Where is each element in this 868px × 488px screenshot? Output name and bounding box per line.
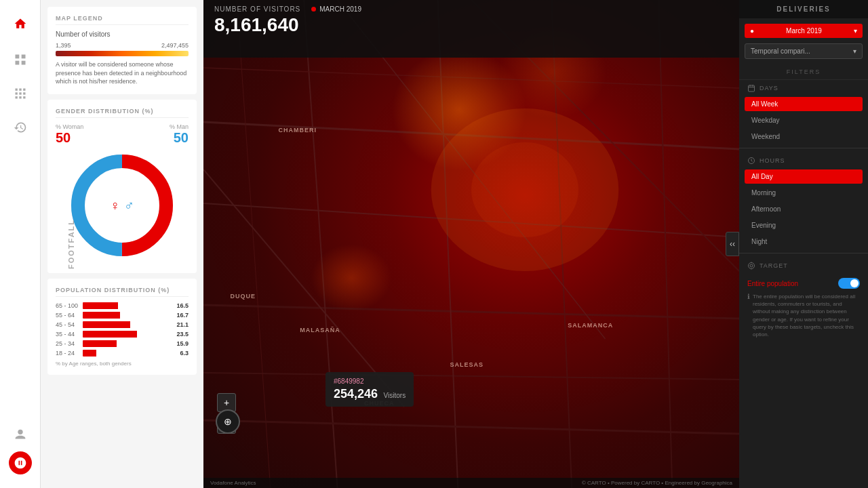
svg-point-32 [471, 142, 578, 237]
pop-age-45: 45 - 54 [56, 321, 83, 328]
pop-bar-65-bar [83, 302, 118, 309]
nav-item-user[interactable] [7, 421, 34, 448]
map-tooltip: #6849982 254,246 Visitors [326, 372, 414, 407]
tooltip-visitors-row: 254,246 Visitors [334, 387, 406, 401]
svg-point-38 [749, 263, 755, 269]
target-toggle[interactable] [838, 278, 860, 289]
svg-rect-7 [15, 92, 17, 94]
svg-rect-9 [23, 92, 25, 94]
svg-line-25 [237, 0, 270, 488]
donut-icons: ♀ ♂ [110, 197, 134, 213]
side-panel: MAP LEGEND Number of visitors 1,395 2,49… [41, 0, 203, 488]
target-options: Entire population ℹ The entire populatio… [739, 272, 868, 344]
woman-icon: ♀ [110, 197, 120, 213]
pop-age-35: 35 - 44 [56, 331, 83, 338]
gender-stats: % Woman 50 % Man 50 [56, 123, 189, 146]
pop-bar-18 [83, 350, 170, 357]
svg-line-20 [203, 373, 739, 380]
select-icon: ⊕ [224, 416, 232, 427]
legend-max: 2,497,455 [161, 42, 189, 49]
entire-population-row: Entire population [747, 278, 860, 289]
hours-morning-btn[interactable]: Morning [745, 186, 863, 200]
pop-row-65: 65 - 100 16.5 [56, 302, 189, 309]
svg-point-39 [750, 264, 753, 267]
pop-bar-25 [83, 340, 170, 347]
pop-val-65: 16.5 [170, 302, 189, 309]
nav-item-home[interactable] [7, 10, 34, 37]
visitor-count: 8,161,640 [214, 14, 728, 36]
tooltip-color: #6849982 [334, 378, 406, 385]
calendar-icon [747, 84, 755, 92]
pop-row-45: 45 - 54 21.1 [56, 321, 189, 328]
month-label: March 2019 [786, 27, 822, 35]
map-area[interactable]: NUMBER OF VISITORS MARCH 2019 8,161,640 … [203, 0, 739, 488]
svg-rect-1 [21, 55, 25, 59]
pop-age-65: 65 - 100 [56, 302, 83, 309]
svg-rect-3 [21, 61, 25, 65]
compare-selector[interactable]: Temporal compari... ▾ [745, 43, 863, 59]
days-weekday-btn[interactable]: Weekday [745, 113, 863, 127]
hours-afternoon-btn[interactable]: Afternoon [745, 202, 863, 216]
compare-chevron: ▾ [853, 47, 856, 55]
svg-rect-11 [19, 96, 21, 98]
map-legend-title: MAP LEGEND [56, 15, 189, 25]
legend-range: 1,395 2,497,455 [56, 42, 189, 49]
pop-val-35: 23.5 [170, 331, 189, 338]
hours-night-btn[interactable]: Night [745, 235, 863, 249]
pop-bar-55-bar [83, 312, 120, 319]
days-section-title: DAYS [739, 80, 868, 95]
tooltip-label: Visitors [384, 392, 406, 399]
collapse-icon: ‹‹ [730, 239, 735, 249]
collapse-btn[interactable]: ‹‹ [726, 232, 739, 256]
hours-section-title: HOURS [739, 152, 868, 167]
man-label: % Man [170, 123, 189, 130]
pop-val-45: 21.1 [170, 321, 189, 328]
pop-bar-65 [83, 302, 170, 309]
target-section-title: TARGET [739, 258, 868, 272]
pop-val-55: 16.7 [170, 312, 189, 319]
nav-item-grid[interactable] [7, 80, 34, 107]
svg-line-27 [203, 420, 739, 434]
svg-rect-6 [23, 89, 25, 91]
man-value: 50 [170, 130, 189, 146]
hours-evening-btn[interactable]: Evening [745, 218, 863, 232]
pop-bar-18-bar [83, 350, 96, 357]
month-selector[interactable]: ● March 2019 ▾ [745, 24, 863, 38]
svg-line-19 [203, 305, 739, 319]
street-overlay [203, 0, 739, 488]
compare-label: Temporal compari... [751, 47, 810, 55]
select-btn[interactable]: ⊕ [216, 409, 240, 434]
nav-item-history[interactable] [7, 114, 34, 141]
map-header-row: NUMBER OF VISITORS MARCH 2019 [214, 5, 728, 13]
svg-line-28 [203, 169, 404, 407]
hours-allday-btn[interactable]: All Day [745, 169, 863, 184]
vodafone-logo [9, 451, 32, 474]
legend-desc: A visitor will be considered someone who… [56, 60, 189, 86]
svg-point-13 [18, 430, 22, 434]
target-label: Entire population [747, 280, 798, 287]
svg-rect-8 [19, 92, 21, 94]
map-footer: Vodafone Analytics © CARTO • Powered by … [203, 478, 739, 488]
target-desc-row: ℹ The entire population will be consider… [747, 293, 860, 338]
pop-bar-45 [83, 321, 170, 328]
svg-line-22 [438, 0, 458, 488]
footer-left: Vodafone Analytics [210, 480, 256, 486]
pop-row-55: 55 - 64 16.7 [56, 312, 189, 319]
pop-row-25: 25 - 34 15.9 [56, 340, 189, 347]
info-icon: ℹ [747, 293, 750, 300]
svg-rect-33 [749, 85, 755, 92]
legend-subtitle: Number of visitors [56, 30, 189, 38]
svg-rect-4 [15, 89, 17, 91]
visitors-label: NUMBER OF VISITORS [214, 5, 300, 13]
month-chevron: ▾ [854, 27, 857, 35]
days-allweek-btn[interactable]: All Week [745, 97, 863, 111]
nav-item-analytics[interactable] [7, 46, 34, 73]
days-weekend-btn[interactable]: Weekend [745, 129, 863, 144]
svg-line-21 [304, 0, 337, 488]
pop-bar-45-bar [83, 321, 130, 328]
pop-row-35: 35 - 44 23.5 [56, 331, 189, 338]
pop-age-55: 55 - 64 [56, 312, 83, 319]
population-card: POPULATION DISTRIBUTION (%) 65 - 100 16.… [47, 279, 197, 375]
pop-val-25: 15.9 [170, 340, 189, 347]
legend-gradient [56, 51, 189, 56]
